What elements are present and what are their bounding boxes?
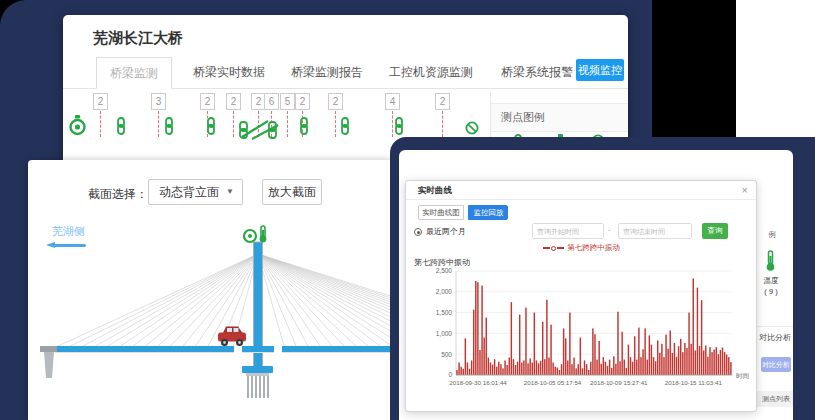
query-start-time-input[interactable] xyxy=(532,223,604,239)
modal-header: 实时曲线 × xyxy=(406,181,756,200)
sensor-count-badge: 2 xyxy=(435,93,450,110)
sensor-count-badge: 5 xyxy=(280,93,295,110)
enlarge-section-button[interactable]: 放大截面 xyxy=(262,179,322,205)
overlay-window: 例 温度 ( 9 ) 对比分析 对比分析 测点列表 实时曲线 × 实时曲线图 监… xyxy=(399,150,793,420)
section-select-value: 动态背立面 xyxy=(159,185,219,199)
x-tick-label: 2018-10-09 15:27:41 xyxy=(590,379,648,386)
chart-bar xyxy=(619,361,620,375)
video-monitoring-button[interactable]: 视频监控 xyxy=(576,59,624,81)
chart-bar xyxy=(481,286,482,375)
chart-bar xyxy=(578,364,579,375)
chart-bar xyxy=(607,366,608,375)
recent-two-months-radio[interactable] xyxy=(414,228,422,236)
sensor-count-badge: 4 xyxy=(385,93,400,110)
tab-monitoring-report[interactable]: 桥梁监测报告 xyxy=(291,57,363,88)
close-icon[interactable]: × xyxy=(742,181,748,199)
chart-bar xyxy=(647,360,648,375)
chart-bar xyxy=(592,328,593,375)
chart-legend: 第七跨跨中振动 xyxy=(406,243,756,253)
chart-bar xyxy=(628,345,629,375)
x-tick-label: 2018-09-30 16:01:44 xyxy=(449,379,507,386)
date-range-separator: - xyxy=(608,225,611,234)
chart-bar xyxy=(613,356,614,375)
comparison-analysis-button[interactable]: 对比分析 xyxy=(761,357,791,372)
chart-bar xyxy=(544,359,545,375)
y-tick-label: 1,500 xyxy=(436,309,453,316)
chart-bar xyxy=(665,335,666,375)
tab-bar: 桥梁监测 桥梁实时数据 桥梁监测报告 工控机资源监测 桥梁系统报警 xyxy=(63,57,628,89)
right-panel-legend-fragment: 例 xyxy=(757,230,787,240)
sensor-count-badge: 3 xyxy=(151,93,166,110)
chart-bar xyxy=(690,344,691,375)
chart-bar xyxy=(615,364,616,375)
chart-bar xyxy=(596,360,597,375)
chart-bar xyxy=(488,358,489,375)
chart-bar xyxy=(511,302,512,375)
tab-realtime-data[interactable]: 桥梁实时数据 xyxy=(193,57,265,88)
chart-bar xyxy=(517,362,518,375)
chart-bar xyxy=(567,360,568,375)
chart-bar xyxy=(655,361,656,375)
chart-bar xyxy=(674,343,675,375)
vibration-chart-block: 第七跨跨中振动 05001,0001,5002,0002,5002018-09-… xyxy=(414,257,750,407)
vibration-sensor-icon xyxy=(116,117,126,139)
chart-bar xyxy=(657,340,658,375)
chart-bar xyxy=(642,349,643,375)
sensor-count-badge: 2 xyxy=(200,93,215,110)
chart-bar xyxy=(688,313,689,375)
chart-bar xyxy=(504,360,505,375)
tab-ipc-resource-monitoring[interactable]: 工控机资源监测 xyxy=(389,57,473,88)
chart-bar xyxy=(713,350,714,375)
chart-bar xyxy=(724,352,725,375)
chart-bar xyxy=(502,368,503,375)
chart-bar xyxy=(638,328,639,375)
tab-bridge-monitoring[interactable]: 桥梁监测 xyxy=(96,57,172,89)
chart-bar xyxy=(561,364,562,375)
legend-panel-title: 测点图例 xyxy=(491,103,628,132)
section-select[interactable]: 动态背立面 ▼ xyxy=(148,179,243,205)
chart-bar xyxy=(588,370,589,375)
chart-bar xyxy=(542,322,543,375)
vibration-sensor-icon xyxy=(206,117,216,139)
chart-bar xyxy=(720,350,721,375)
vibration-sensor-icon xyxy=(164,117,174,139)
chart-bar xyxy=(536,360,537,375)
chart-bar xyxy=(471,360,472,375)
deck-gap xyxy=(274,345,282,354)
chart-bar xyxy=(611,368,612,375)
chart-bar xyxy=(584,360,585,375)
tab-realtime-curve-chart[interactable]: 实时曲线图 xyxy=(418,205,464,220)
comparison-analysis-title: 对比分析 xyxy=(751,332,793,343)
query-end-time-input[interactable] xyxy=(618,223,692,239)
chart-bar xyxy=(532,363,533,375)
tab-monitoring-playback[interactable]: 监控回放 xyxy=(468,205,508,220)
chart-bar xyxy=(538,363,539,375)
chart-bar xyxy=(670,330,671,375)
top-right-white-region xyxy=(736,0,815,137)
y-tick-label: 500 xyxy=(441,351,452,358)
sensor-dash-line xyxy=(100,111,101,137)
chart-bar xyxy=(603,357,604,375)
top-right-black-region xyxy=(652,0,736,137)
chart-bar xyxy=(467,363,468,375)
chart-bar xyxy=(621,332,622,375)
sensor-count-badge: 2 xyxy=(93,93,108,110)
chart-bar xyxy=(728,357,729,375)
chart-bar xyxy=(582,368,583,375)
tab-system-alarm[interactable]: 桥梁系统报警 xyxy=(501,57,573,88)
sensor-cluster-icon xyxy=(238,114,280,145)
chart-bar xyxy=(609,360,610,375)
chart-bar xyxy=(617,312,618,375)
deck-gap xyxy=(234,345,242,354)
tower-thermometer-icon xyxy=(260,226,267,242)
chart-bar xyxy=(500,364,501,375)
overlay-window-frame: 例 温度 ( 9 ) 对比分析 对比分析 测点列表 实时曲线 × 实时曲线图 监… xyxy=(390,137,815,420)
chart-bar xyxy=(460,367,461,375)
query-button[interactable]: 查询 xyxy=(702,223,728,239)
chart-bar xyxy=(590,362,591,375)
chart-bar xyxy=(722,348,723,375)
car xyxy=(218,327,246,347)
chart-bar xyxy=(465,338,466,375)
right-panel-divider xyxy=(751,326,793,327)
chart-bar xyxy=(634,336,635,375)
